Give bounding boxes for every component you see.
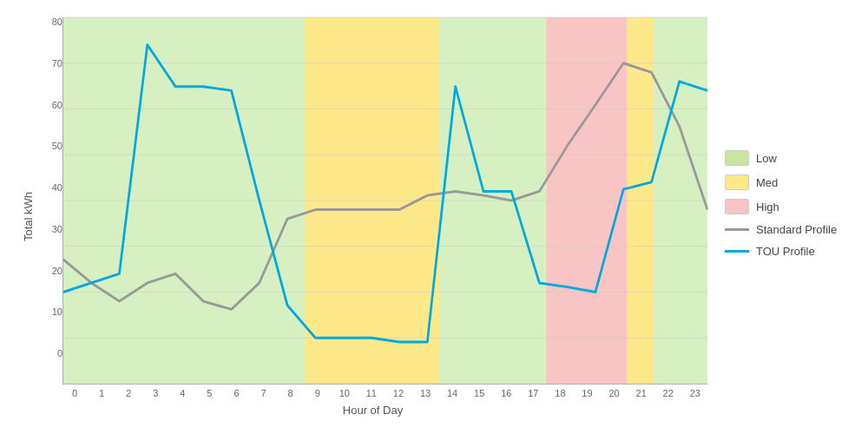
x-axis-container: 01234567891011121314151617181920212223	[38, 385, 707, 398]
x-tick: 21	[629, 388, 654, 398]
y-tick: 80	[38, 17, 62, 27]
y-ticks: 80706050403020100	[38, 17, 62, 385]
x-tick: 23	[683, 388, 707, 398]
legend-item: Med	[725, 174, 846, 190]
legend-item: Standard Profile	[725, 223, 846, 236]
y-tick: 60	[38, 101, 62, 110]
legend-label: Standard Profile	[756, 223, 837, 236]
x-tick: 17	[521, 388, 545, 398]
y-tick: 40	[38, 183, 62, 193]
x-tick: 2	[116, 388, 141, 398]
x-tick: 16	[494, 388, 518, 398]
y-tick: 10	[38, 307, 62, 317]
y-tick: 20	[38, 266, 62, 276]
legend-label: High	[756, 201, 779, 214]
x-tick: 3	[143, 388, 168, 398]
x-tick: 14	[440, 388, 464, 398]
legend-swatch	[725, 199, 749, 214]
x-tick: 6	[224, 388, 248, 398]
x-tick: 11	[359, 388, 384, 398]
x-tick: 12	[386, 388, 411, 398]
y-axis-label: Total kWh	[22, 192, 35, 241]
x-tick: 19	[575, 388, 599, 398]
y-tick: 0	[38, 349, 62, 358]
y-tick: 70	[38, 59, 62, 69]
x-tick: 10	[332, 388, 357, 398]
legend-swatch	[725, 174, 749, 190]
x-tick: 9	[306, 388, 330, 398]
x-tick: 7	[252, 388, 276, 398]
x-tick: 8	[279, 388, 303, 398]
y-tick: 50	[38, 141, 62, 151]
chart-area: Total kWh 80706050403020100	[22, 17, 846, 417]
x-tick: 4	[170, 388, 194, 398]
x-axis-label: Hour of Day	[38, 404, 707, 417]
plot-area	[62, 17, 707, 385]
legend-line	[725, 228, 749, 231]
x-axis: 01234567891011121314151617181920212223	[62, 388, 707, 398]
x-tick: 5	[197, 388, 221, 398]
legend-swatch	[725, 150, 749, 166]
legend-item: Low	[725, 150, 846, 166]
legend: LowMedHighStandard ProfileTOU Profile	[707, 150, 846, 258]
x-tick: 20	[602, 388, 627, 398]
x-tick: 0	[62, 388, 87, 398]
x-tick: 1	[89, 388, 114, 398]
legend-label: Med	[756, 176, 778, 189]
legend-label: TOU Profile	[756, 245, 815, 258]
y-tick: 30	[38, 225, 62, 234]
x-tick: 13	[413, 388, 437, 398]
legend-label: Low	[756, 152, 777, 165]
legend-item: TOU Profile	[725, 245, 846, 258]
chart-top: 80706050403020100	[38, 17, 707, 385]
chart-inner: 80706050403020100	[38, 17, 707, 417]
chart-container: Total kWh 80706050403020100	[0, 0, 868, 434]
x-tick: 22	[656, 388, 681, 398]
x-tick: 15	[467, 388, 491, 398]
legend-line	[725, 250, 749, 253]
legend-item: High	[725, 199, 846, 214]
x-tick: 18	[548, 388, 572, 398]
